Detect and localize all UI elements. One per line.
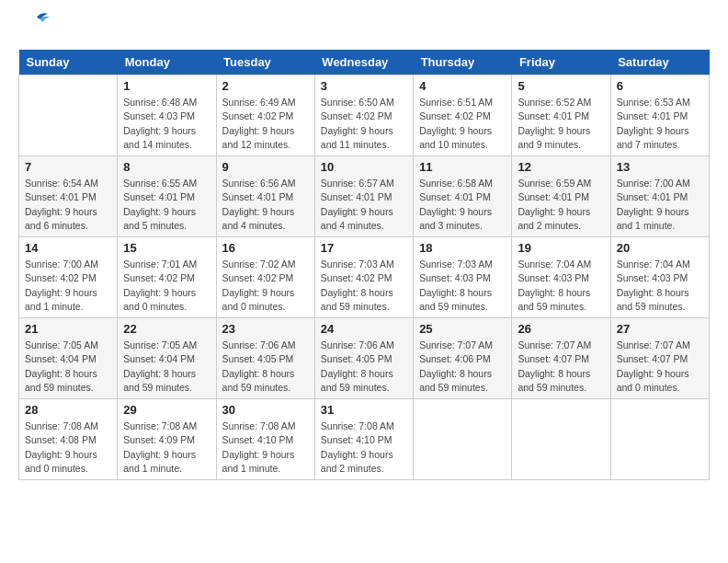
day-number: 31 [321, 403, 407, 417]
day-info: Sunrise: 6:52 AM Sunset: 4:01 PM Dayligh… [518, 96, 604, 152]
day-info: Sunrise: 6:53 AM Sunset: 4:01 PM Dayligh… [617, 96, 703, 152]
calendar-cell: 17Sunrise: 7:03 AM Sunset: 4:02 PM Dayli… [314, 237, 413, 318]
day-info: Sunrise: 6:50 AM Sunset: 4:02 PM Dayligh… [321, 96, 407, 152]
calendar-cell: 9Sunrise: 6:56 AM Sunset: 4:01 PM Daylig… [216, 156, 314, 237]
day-info: Sunrise: 7:04 AM Sunset: 4:03 PM Dayligh… [617, 258, 703, 314]
calendar-cell: 23Sunrise: 7:06 AM Sunset: 4:05 PM Dayli… [216, 318, 314, 399]
calendar-cell: 18Sunrise: 7:03 AM Sunset: 4:03 PM Dayli… [414, 237, 512, 318]
day-number: 1 [123, 79, 210, 93]
weekday-header-tuesday: Tuesday [216, 50, 314, 75]
calendar-cell: 27Sunrise: 7:07 AM Sunset: 4:07 PM Dayli… [610, 318, 709, 399]
calendar-cell: 29Sunrise: 7:08 AM Sunset: 4:09 PM Dayli… [118, 399, 216, 480]
day-info: Sunrise: 7:04 AM Sunset: 4:03 PM Dayligh… [518, 258, 604, 314]
day-number: 10 [321, 160, 407, 174]
calendar-cell: 2Sunrise: 6:49 AM Sunset: 4:02 PM Daylig… [216, 75, 314, 156]
calendar-cell: 11Sunrise: 6:58 AM Sunset: 4:01 PM Dayli… [414, 156, 512, 237]
calendar-cell: 31Sunrise: 7:08 AM Sunset: 4:10 PM Dayli… [314, 399, 413, 480]
calendar-cell [610, 399, 709, 480]
calendar-table: SundayMondayTuesdayWednesdayThursdayFrid… [18, 50, 710, 480]
calendar-cell: 8Sunrise: 6:55 AM Sunset: 4:01 PM Daylig… [118, 156, 216, 237]
day-number: 13 [617, 160, 703, 174]
day-number: 23 [222, 322, 309, 336]
calendar-cell: 7Sunrise: 6:54 AM Sunset: 4:01 PM Daylig… [19, 156, 118, 237]
day-number: 4 [419, 79, 506, 93]
day-info: Sunrise: 7:06 AM Sunset: 4:05 PM Dayligh… [321, 339, 407, 395]
calendar-cell: 5Sunrise: 6:52 AM Sunset: 4:01 PM Daylig… [512, 75, 610, 156]
day-number: 12 [518, 160, 604, 174]
calendar-cell: 3Sunrise: 6:50 AM Sunset: 4:02 PM Daylig… [314, 75, 413, 156]
weekday-header-monday: Monday [118, 50, 216, 75]
day-number: 22 [123, 322, 210, 336]
day-info: Sunrise: 7:08 AM Sunset: 4:08 PM Dayligh… [25, 419, 111, 476]
weekday-header-sunday: Sunday [19, 50, 118, 75]
calendar-cell: 21Sunrise: 7:05 AM Sunset: 4:04 PM Dayli… [19, 318, 118, 399]
day-number: 5 [518, 79, 604, 93]
day-info: Sunrise: 7:00 AM Sunset: 4:01 PM Dayligh… [617, 177, 703, 233]
calendar-cell: 1Sunrise: 6:48 AM Sunset: 4:03 PM Daylig… [118, 75, 216, 156]
calendar-cell: 10Sunrise: 6:57 AM Sunset: 4:01 PM Dayli… [314, 156, 413, 237]
day-info: Sunrise: 6:54 AM Sunset: 4:01 PM Dayligh… [25, 177, 111, 233]
day-number: 30 [222, 403, 309, 417]
logo-bird-icon [20, 10, 50, 36]
day-number: 18 [419, 241, 506, 255]
calendar-cell [414, 399, 512, 480]
calendar-cell: 26Sunrise: 7:07 AM Sunset: 4:07 PM Dayli… [512, 318, 610, 399]
calendar-cell: 22Sunrise: 7:05 AM Sunset: 4:04 PM Dayli… [118, 318, 216, 399]
day-number: 11 [419, 160, 506, 174]
weekday-header-friday: Friday [512, 50, 610, 75]
day-info: Sunrise: 7:05 AM Sunset: 4:04 PM Dayligh… [25, 339, 111, 395]
day-number: 7 [25, 160, 111, 174]
weekday-header-thursday: Thursday [414, 50, 512, 75]
day-info: Sunrise: 7:06 AM Sunset: 4:05 PM Dayligh… [222, 339, 309, 395]
calendar-cell [512, 399, 610, 480]
day-info: Sunrise: 6:49 AM Sunset: 4:02 PM Dayligh… [222, 96, 309, 152]
calendar-week-3: 14Sunrise: 7:00 AM Sunset: 4:02 PM Dayli… [19, 237, 710, 318]
calendar-week-1: 1Sunrise: 6:48 AM Sunset: 4:03 PM Daylig… [19, 75, 710, 156]
calendar-cell: 24Sunrise: 7:06 AM Sunset: 4:05 PM Dayli… [314, 318, 413, 399]
day-info: Sunrise: 6:59 AM Sunset: 4:01 PM Dayligh… [518, 177, 604, 233]
calendar-cell: 30Sunrise: 7:08 AM Sunset: 4:10 PM Dayli… [216, 399, 314, 480]
calendar-cell: 6Sunrise: 6:53 AM Sunset: 4:01 PM Daylig… [610, 75, 709, 156]
weekday-header-saturday: Saturday [610, 50, 709, 75]
day-number: 25 [419, 322, 506, 336]
calendar-cell: 12Sunrise: 6:59 AM Sunset: 4:01 PM Dayli… [512, 156, 610, 237]
day-number: 24 [321, 322, 407, 336]
day-number: 21 [25, 322, 111, 336]
calendar-cell [19, 75, 118, 156]
calendar-week-5: 28Sunrise: 7:08 AM Sunset: 4:08 PM Dayli… [19, 399, 710, 480]
day-info: Sunrise: 7:05 AM Sunset: 4:04 PM Dayligh… [123, 339, 210, 395]
calendar-cell: 13Sunrise: 7:00 AM Sunset: 4:01 PM Dayli… [610, 156, 709, 237]
day-number: 28 [25, 403, 111, 417]
calendar-cell: 16Sunrise: 7:02 AM Sunset: 4:02 PM Dayli… [216, 237, 314, 318]
day-info: Sunrise: 7:08 AM Sunset: 4:10 PM Dayligh… [321, 419, 407, 476]
day-number: 19 [518, 241, 604, 255]
day-info: Sunrise: 6:55 AM Sunset: 4:01 PM Dayligh… [123, 177, 210, 233]
day-info: Sunrise: 7:03 AM Sunset: 4:02 PM Dayligh… [321, 258, 407, 314]
weekday-header-wednesday: Wednesday [314, 50, 413, 75]
day-info: Sunrise: 6:51 AM Sunset: 4:02 PM Dayligh… [419, 96, 506, 152]
day-number: 8 [123, 160, 210, 174]
day-number: 3 [321, 79, 407, 93]
calendar-week-4: 21Sunrise: 7:05 AM Sunset: 4:04 PM Dayli… [19, 318, 710, 399]
calendar-cell: 15Sunrise: 7:01 AM Sunset: 4:02 PM Dayli… [118, 237, 216, 318]
day-info: Sunrise: 7:03 AM Sunset: 4:03 PM Dayligh… [419, 258, 506, 314]
calendar-cell: 4Sunrise: 6:51 AM Sunset: 4:02 PM Daylig… [414, 75, 512, 156]
day-info: Sunrise: 7:07 AM Sunset: 4:07 PM Dayligh… [518, 339, 604, 395]
day-number: 27 [617, 322, 703, 336]
day-info: Sunrise: 7:07 AM Sunset: 4:06 PM Dayligh… [419, 339, 506, 395]
calendar-cell: 14Sunrise: 7:00 AM Sunset: 4:02 PM Dayli… [19, 237, 118, 318]
day-info: Sunrise: 7:08 AM Sunset: 4:09 PM Dayligh… [123, 419, 210, 476]
day-info: Sunrise: 6:58 AM Sunset: 4:01 PM Dayligh… [419, 177, 506, 233]
day-number: 17 [321, 241, 407, 255]
day-number: 2 [222, 79, 309, 93]
day-number: 9 [222, 160, 309, 174]
day-info: Sunrise: 7:07 AM Sunset: 4:07 PM Dayligh… [617, 339, 703, 395]
day-number: 26 [518, 322, 604, 336]
page-header [18, 18, 710, 40]
calendar-cell: 19Sunrise: 7:04 AM Sunset: 4:03 PM Dayli… [512, 237, 610, 318]
day-info: Sunrise: 7:08 AM Sunset: 4:10 PM Dayligh… [222, 419, 309, 476]
day-number: 15 [123, 241, 210, 255]
day-info: Sunrise: 7:01 AM Sunset: 4:02 PM Dayligh… [123, 258, 210, 314]
day-number: 16 [222, 241, 309, 255]
calendar-body: 1Sunrise: 6:48 AM Sunset: 4:03 PM Daylig… [19, 75, 710, 480]
